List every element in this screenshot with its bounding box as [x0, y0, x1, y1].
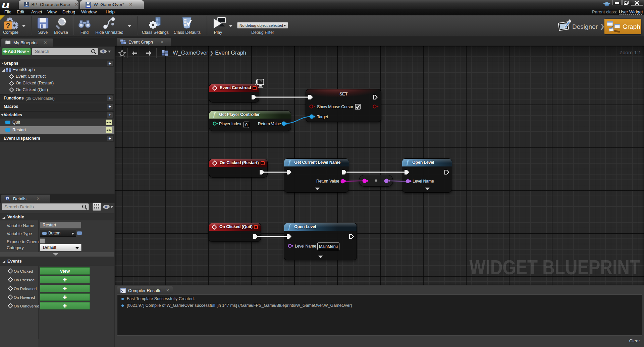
- svg-text:u: u: [2, 0, 10, 9]
- svg-text:?: ?: [6, 21, 10, 30]
